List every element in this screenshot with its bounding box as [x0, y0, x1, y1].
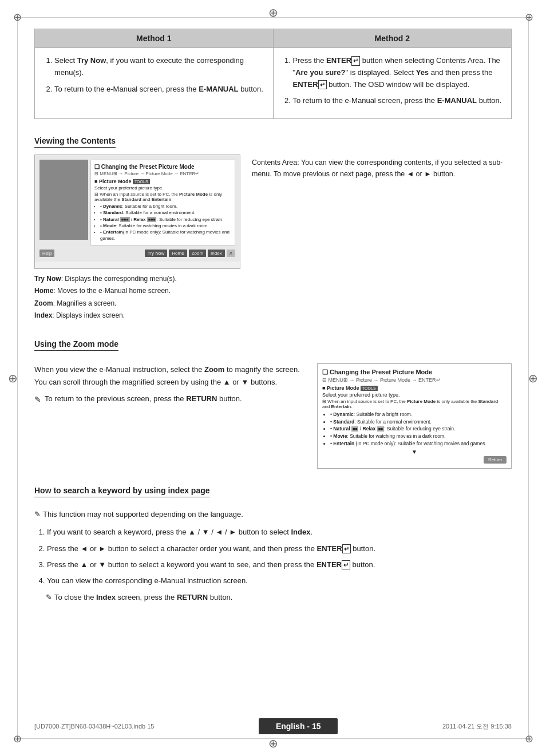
- zoom-note: ✎ To return to the previous screen, pres…: [34, 393, 306, 406]
- zoom-section: Using the Zoom mode When you view the e-…: [34, 339, 512, 469]
- screenshot-captions: Try Now: Displays the corresponding menu…: [34, 274, 240, 321]
- index-steps: If you want to search a keyword, press t…: [34, 526, 512, 587]
- method2-content: Press the ENTER↵ button when selecting C…: [273, 48, 512, 119]
- caption-index: Index: Displays index screen.: [34, 310, 240, 321]
- footer-left: [UD7000-ZT]BN68-03438H~02L03.indb 15: [34, 723, 154, 730]
- scr-title: ❑ Changing the Preset Picture Mode: [94, 164, 231, 170]
- zoom-scr-arrow: ▼: [322, 449, 507, 455]
- scr-select: Select your preferred picture type.: [94, 185, 231, 191]
- method1-steps: Select Try Now, if you want to execute t…: [44, 55, 264, 95]
- index-section: How to search a keyword by using index p…: [34, 486, 512, 604]
- method1-step1: Select Try Now, if you want to execute t…: [54, 55, 264, 79]
- index-heading: How to search a keyword by using index p…: [34, 486, 210, 497]
- scr-buttons: Help Try Now Home Zoom Index X: [39, 248, 235, 257]
- method1-header: Method 1: [35, 29, 274, 48]
- footer-right: 2011-04-21 오전 9:15:38: [442, 722, 512, 731]
- zoom-scr-select: Select your preferred picture type.: [322, 392, 507, 398]
- zoom-content: When you view the e-Manual instruction, …: [34, 363, 512, 469]
- index-step2: Press the ◄ or ► button to select a char…: [47, 543, 512, 555]
- right-crosshair: ⊕: [528, 371, 538, 385]
- zoom-screenshot: ❑ Changing the Preset Picture Mode ⊟ MEN…: [317, 363, 512, 469]
- viewing-screenshot: ❑ Changing the Preset Picture Mode ⊟ MEN…: [34, 155, 240, 269]
- viewing-heading: Viewing the Contents: [34, 136, 116, 148]
- top-crosshair: ⊕: [268, 6, 278, 19]
- footer: [UD7000-ZT]BN68-03438H~02L03.indb 15 Eng…: [34, 718, 512, 734]
- pencil-icon: ✎: [34, 393, 41, 406]
- scr-path: ⊟ MENU⊞ → Picture → Picture Mode → ENTER…: [94, 171, 231, 176]
- method-table: Method 1 Method 2 Select Try Now, if you…: [34, 29, 512, 119]
- close-note-text: To close the Index screen, press the RET…: [54, 592, 232, 604]
- page-content: Method 1 Method 2 Select Try Now, if you…: [34, 29, 512, 604]
- function-pencil-icon: ✎: [34, 509, 41, 521]
- viewing-section: Viewing the Contents ❑ Changing the Pres…: [34, 136, 512, 322]
- method2-steps: Press the ENTER↵ button when selecting C…: [283, 55, 503, 107]
- zoom-para1: When you view the e-Manual instruction, …: [34, 363, 306, 389]
- screenshot-inner: ❑ Changing the Preset Picture Mode ⊟ MEN…: [35, 155, 240, 262]
- corner-mark-tr: ⊕: [523, 11, 535, 23]
- left-crosshair: ⊕: [8, 371, 18, 385]
- footer-page-label: English - 15: [259, 718, 338, 734]
- index-step1: If you want to search a keyword, press t…: [47, 526, 512, 539]
- index-step3: Press the ▲ or ▼ button to select a keyw…: [47, 559, 512, 571]
- zoom-scr-items: • Dynamic: Suitable for a bright room. •…: [322, 411, 507, 448]
- scr-items: • Dynamic: Suitable for a bright room. •…: [94, 203, 231, 242]
- close-pencil-icon: ✎: [46, 592, 52, 604]
- caption-trynow: Try Now: Displays the corresponding menu…: [34, 274, 240, 284]
- corner-mark-bl: ⊕: [11, 733, 23, 745]
- scr-mode: ■ Picture Mode TOOLS: [94, 179, 231, 184]
- corner-mark-br: ⊕: [523, 733, 535, 745]
- method1-step2: To return to the e-Manual screen, press …: [54, 84, 264, 96]
- caption-zoom: Zoom: Magnifies a screen.: [34, 298, 240, 309]
- zoom-note-text: To return to the previous screen, press …: [45, 393, 242, 405]
- caption-home: Home: Moves to the e-Manual home screen.: [34, 286, 240, 296]
- zoom-scr-title: ❑ Changing the Preset Picture Mode: [322, 369, 507, 376]
- method2-step1: Press the ENTER↵ button when selecting C…: [293, 55, 503, 90]
- index-step4: You can view the corresponding e-Manual …: [47, 575, 512, 587]
- viewing-content: ❑ Changing the Preset Picture Mode ⊟ MEN…: [34, 155, 512, 322]
- close-note: ✎ To close the Index screen, press the R…: [34, 592, 512, 604]
- scr-note: ⊟ When an input source is set to PC, the…: [94, 192, 231, 202]
- zoom-scr-note: ⊟ When an input source is set to PC, the…: [322, 399, 507, 409]
- corner-mark-tl: ⊕: [11, 11, 23, 23]
- bottom-crosshair: ⊕: [268, 737, 278, 750]
- zoom-heading: Using the Zoom mode: [34, 339, 118, 351]
- function-note-text: This function may not supported dependin…: [43, 509, 243, 521]
- method2-header: Method 2: [273, 29, 512, 48]
- method1-content: Select Try Now, if you want to execute t…: [35, 48, 274, 119]
- viewing-screenshot-wrapper: ❑ Changing the Preset Picture Mode ⊟ MEN…: [34, 155, 240, 322]
- zoom-scr-return: Return: [322, 456, 507, 464]
- zoom-scr-mode: ■ Picture Mode TOOLS: [322, 385, 507, 391]
- function-note: ✎ This function may not supported depend…: [34, 509, 512, 521]
- viewing-desc-text: Contents Area: You can view the correspo…: [252, 159, 503, 178]
- method2-step2: To return to the e-Manual screen, press …: [293, 95, 503, 107]
- zoom-text-area: When you view the e-Manual instruction, …: [34, 363, 306, 406]
- zoom-scr-path: ⊟ MENU⊞ → Picture → Picture Mode → ENTER…: [322, 377, 507, 383]
- viewing-description: Contents Area: You can view the correspo…: [252, 155, 512, 180]
